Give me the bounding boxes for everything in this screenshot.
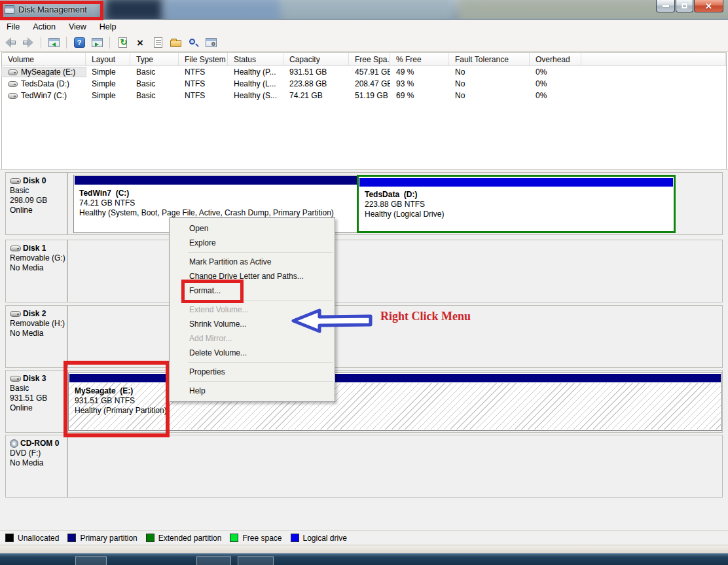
disk-status: Online [10, 206, 65, 215]
menu-bar: File Action View Help [0, 20, 728, 34]
free-space-swatch [230, 534, 238, 542]
cell-pct-free: 49 % [390, 67, 449, 77]
cell-free: 208.47 GB [349, 79, 390, 88]
partition-title: TedsData (D:) [365, 190, 673, 200]
cell-fs: NTFS [179, 79, 228, 88]
console-settings-icon[interactable] [204, 36, 217, 49]
menu-action[interactable]: Action [26, 22, 62, 31]
legend-free-space: Free space [230, 534, 282, 543]
menu-item-explore[interactable]: Explore [170, 236, 335, 250]
disk-2-label[interactable]: Disk 2 Removable (H:) No Media [5, 305, 67, 368]
show-action-pane-icon[interactable] [90, 36, 103, 49]
cell-type: Basic [130, 67, 179, 77]
hard-disk-icon [10, 376, 21, 382]
window-bottom-border [0, 545, 728, 553]
col-free-space[interactable]: Free Spa... [349, 53, 390, 65]
properties-icon[interactable] [151, 36, 164, 49]
menu-separator [188, 381, 333, 382]
cell-pct-free: 93 % [390, 79, 449, 88]
legend-label: Logical drive [303, 534, 347, 543]
back-icon[interactable] [4, 36, 17, 49]
toolbar: ? ↻ × [0, 34, 728, 52]
menu-item-properties[interactable]: Properties [170, 365, 335, 379]
legend-label: Free space [242, 534, 282, 543]
disk-status: No Media [10, 458, 65, 468]
partition-title: TedWin7 (C:) [79, 189, 359, 198]
taskbar-button[interactable] [75, 556, 107, 565]
menu-help[interactable]: Help [93, 22, 123, 31]
legend-bar: Unallocated Primary partition Extended p… [0, 530, 728, 545]
col-pct-free[interactable]: % Free [390, 53, 449, 65]
volume-row-myseagate[interactable]: MySeagate (E:) Simple Basic NTFS Healthy… [2, 66, 726, 78]
disk-1-graph[interactable] [67, 240, 723, 302]
menu-file[interactable]: File [0, 22, 26, 31]
disk-name: Disk 0 [23, 176, 46, 186]
delete-icon[interactable]: × [134, 36, 147, 49]
menu-item-help[interactable]: Help [170, 384, 335, 398]
find-icon[interactable] [187, 36, 200, 49]
forward-icon[interactable] [22, 36, 35, 49]
disk-1-label[interactable]: Disk 1 Removable (G:) No Media [5, 240, 67, 302]
disk-name: Disk 3 [23, 374, 46, 384]
disk-size: 298.09 GB [10, 196, 65, 206]
unallocated-swatch [5, 534, 14, 542]
legend-primary-partition: Primary partition [67, 534, 137, 543]
volume-list-pane: Volume Layout Type File System Status Ca… [1, 52, 727, 169]
maximize-button[interactable] [676, 0, 693, 12]
menu-separator [188, 252, 333, 253]
col-fault-tolerance[interactable]: Fault Tolerance [449, 53, 530, 65]
cell-overhead: 0% [530, 79, 581, 88]
cell-fault: No [449, 67, 530, 77]
removable-disk-icon [10, 311, 21, 317]
annotation-right-click-menu-label: Right Click Menu [380, 310, 471, 323]
disk-1-row: Disk 1 Removable (G:) No Media [5, 240, 723, 302]
partition-size: 223.88 GB NTFS [365, 200, 673, 210]
cell-fs: NTFS [179, 91, 228, 100]
taskbar-button[interactable] [238, 556, 274, 565]
open-folder-icon[interactable] [169, 36, 182, 49]
primary-partition-swatch [67, 534, 76, 542]
disk-3-label[interactable]: Disk 3 Basic 931.51 GB Online [5, 370, 67, 433]
logical-drive-swatch [291, 534, 299, 542]
col-status[interactable]: Status [228, 53, 283, 65]
taskbar-button[interactable] [196, 556, 231, 565]
disk-status: No Media [10, 263, 65, 273]
disk-size: 931.51 GB [10, 393, 65, 403]
toolbar-separator [109, 37, 110, 48]
disk-type: DVD (F:) [10, 448, 65, 458]
help-icon[interactable]: ? [73, 36, 86, 49]
cdrom-0-label[interactable]: CD-ROM 0 DVD (F:) No Media [5, 435, 67, 498]
menu-item-delete-volume[interactable]: Delete Volume... [170, 346, 335, 360]
col-file-system[interactable]: File System [179, 53, 228, 65]
col-volume[interactable]: Volume [2, 53, 86, 65]
disk-0-label[interactable]: Disk 0 Basic 298.09 GB Online [5, 172, 67, 235]
menu-item-mark-partition-active[interactable]: Mark Partition as Active [170, 255, 335, 269]
primary-partition-bar [75, 176, 358, 185]
partition-status: Healthy (Logical Drive) [365, 210, 673, 219]
cell-capacity: 74.21 GB [283, 91, 349, 100]
col-filler [581, 53, 726, 65]
col-overhead[interactable]: Overhead [530, 53, 581, 65]
menu-item-open[interactable]: Open [170, 221, 335, 236]
menu-view[interactable]: View [62, 22, 93, 31]
volume-row-tedwin7[interactable]: TedWin7 (C:) Simple Basic NTFS Healthy (… [2, 90, 726, 101]
close-button[interactable]: ✕ [694, 0, 723, 12]
minimize-button[interactable] [656, 0, 675, 12]
col-capacity[interactable]: Capacity [283, 53, 349, 65]
col-layout[interactable]: Layout [86, 53, 130, 65]
cell-status: Healthy (S... [228, 91, 283, 100]
cell-fault: No [449, 91, 530, 100]
annotation-arrow-icon [291, 307, 373, 335]
extended-partition-swatch [146, 534, 155, 542]
partition-tedsdata[interactable]: TedsData (D:) 223.88 GB NTFS Healthy (Lo… [357, 175, 676, 233]
refresh-icon[interactable]: ↻ [116, 36, 129, 49]
col-type[interactable]: Type [130, 53, 179, 65]
drive-icon [8, 93, 18, 99]
titlebar-glass-blur [164, 0, 282, 20]
disk-type: Removable (H:) [10, 319, 65, 329]
show-console-tree-icon[interactable] [47, 36, 60, 49]
cdrom-0-graph[interactable] [67, 435, 723, 498]
volume-row-tedsdata[interactable]: TedsData (D:) Simple Basic NTFS Healthy … [2, 78, 726, 90]
cdrom-0-row: CD-ROM 0 DVD (F:) No Media [5, 435, 723, 498]
drive-icon [8, 81, 18, 87]
